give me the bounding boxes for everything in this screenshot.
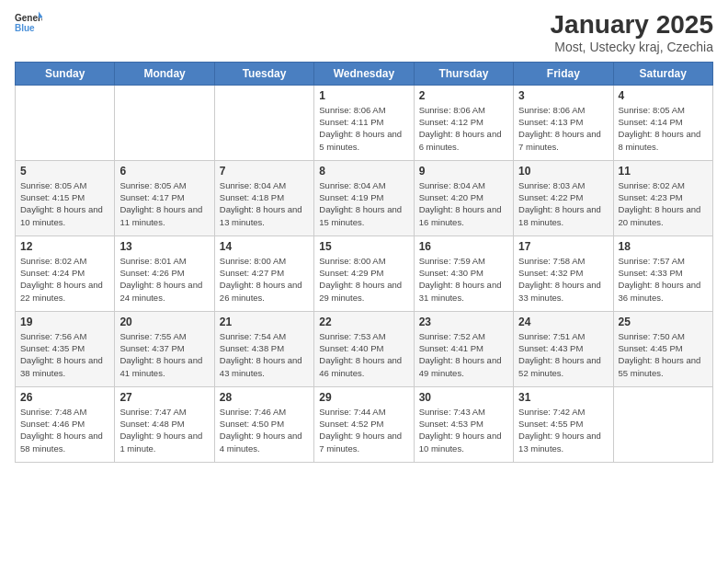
cell-w2-d6: 11Sunrise: 8:02 AM Sunset: 4:23 PM Dayli… xyxy=(613,160,712,236)
day-info: Sunrise: 8:05 AM Sunset: 4:17 PM Dayligh… xyxy=(119,179,209,228)
cell-w5-d0: 26Sunrise: 7:48 AM Sunset: 4:46 PM Dayli… xyxy=(16,386,115,462)
cell-w5-d5: 31Sunrise: 7:42 AM Sunset: 4:55 PM Dayli… xyxy=(514,386,613,462)
cell-w5-d1: 27Sunrise: 7:47 AM Sunset: 4:48 PM Dayli… xyxy=(115,386,214,462)
day-number: 14 xyxy=(220,240,309,253)
cell-w3-d6: 18Sunrise: 7:57 AM Sunset: 4:33 PM Dayli… xyxy=(613,236,712,311)
day-info: Sunrise: 7:59 AM Sunset: 4:30 PM Dayligh… xyxy=(419,255,508,304)
col-friday: Friday xyxy=(514,62,613,85)
title-block: January 2025 Most, Ustecky kraj, Czechia xyxy=(551,11,713,54)
day-info: Sunrise: 7:53 AM Sunset: 4:40 PM Dayligh… xyxy=(319,330,408,379)
cell-w2-d0: 5Sunrise: 8:05 AM Sunset: 4:15 PM Daylig… xyxy=(16,160,115,236)
cell-w2-d2: 7Sunrise: 8:04 AM Sunset: 4:18 PM Daylig… xyxy=(214,160,313,236)
day-number: 26 xyxy=(20,391,109,404)
week-row-1: 1Sunrise: 8:06 AM Sunset: 4:11 PM Daylig… xyxy=(16,85,713,160)
cell-w5-d6 xyxy=(613,386,712,462)
cell-w3-d4: 16Sunrise: 7:59 AM Sunset: 4:30 PM Dayli… xyxy=(414,236,513,311)
day-info: Sunrise: 8:00 AM Sunset: 4:27 PM Dayligh… xyxy=(220,255,309,304)
col-tuesday: Tuesday xyxy=(214,62,313,85)
main-title: January 2025 xyxy=(551,11,713,40)
day-info: Sunrise: 8:04 AM Sunset: 4:19 PM Dayligh… xyxy=(319,179,408,228)
calendar-header-row: Sunday Monday Tuesday Wednesday Thursday… xyxy=(16,62,713,85)
day-info: Sunrise: 7:46 AM Sunset: 4:50 PM Dayligh… xyxy=(220,406,309,454)
svg-text:General: General xyxy=(15,13,42,23)
day-number: 28 xyxy=(220,391,309,404)
day-info: Sunrise: 7:57 AM Sunset: 4:33 PM Dayligh… xyxy=(619,255,708,304)
day-info: Sunrise: 7:52 AM Sunset: 4:41 PM Dayligh… xyxy=(419,330,508,379)
cell-w3-d5: 17Sunrise: 7:58 AM Sunset: 4:32 PM Dayli… xyxy=(514,236,613,311)
day-info: Sunrise: 8:05 AM Sunset: 4:15 PM Dayligh… xyxy=(20,179,109,228)
day-number: 17 xyxy=(518,240,608,253)
day-info: Sunrise: 7:56 AM Sunset: 4:35 PM Dayligh… xyxy=(20,330,109,379)
day-number: 9 xyxy=(419,165,508,178)
day-info: Sunrise: 7:47 AM Sunset: 4:48 PM Dayligh… xyxy=(119,406,209,454)
day-number: 12 xyxy=(20,240,109,253)
day-number: 3 xyxy=(518,89,608,102)
cell-w4-d2: 21Sunrise: 7:54 AM Sunset: 4:38 PM Dayli… xyxy=(214,311,313,386)
page-container: General Blue January 2025 Most, Ustecky … xyxy=(0,0,728,470)
day-info: Sunrise: 8:00 AM Sunset: 4:29 PM Dayligh… xyxy=(319,255,408,304)
day-number: 22 xyxy=(319,316,408,328)
cell-w5-d4: 30Sunrise: 7:43 AM Sunset: 4:53 PM Dayli… xyxy=(414,386,513,462)
cell-w1-d1 xyxy=(115,85,214,160)
day-number: 16 xyxy=(419,240,508,253)
day-info: Sunrise: 8:06 AM Sunset: 4:12 PM Dayligh… xyxy=(419,104,508,153)
day-number: 7 xyxy=(220,165,309,178)
day-number: 29 xyxy=(319,391,408,404)
day-number: 25 xyxy=(619,316,708,328)
col-saturday: Saturday xyxy=(613,62,712,85)
day-info: Sunrise: 7:48 AM Sunset: 4:46 PM Dayligh… xyxy=(20,406,109,454)
day-number: 10 xyxy=(518,165,608,178)
logo: General Blue xyxy=(15,11,42,35)
day-info: Sunrise: 7:55 AM Sunset: 4:37 PM Dayligh… xyxy=(119,330,209,379)
col-wednesday: Wednesday xyxy=(314,62,414,85)
day-info: Sunrise: 8:05 AM Sunset: 4:14 PM Dayligh… xyxy=(619,104,708,153)
day-number: 23 xyxy=(419,316,508,328)
day-info: Sunrise: 7:54 AM Sunset: 4:38 PM Dayligh… xyxy=(220,330,309,379)
cell-w4-d1: 20Sunrise: 7:55 AM Sunset: 4:37 PM Dayli… xyxy=(115,311,214,386)
day-number: 21 xyxy=(220,316,309,328)
day-info: Sunrise: 8:04 AM Sunset: 4:18 PM Dayligh… xyxy=(220,179,309,228)
cell-w1-d3: 1Sunrise: 8:06 AM Sunset: 4:11 PM Daylig… xyxy=(314,85,414,160)
day-number: 5 xyxy=(20,165,109,178)
col-monday: Monday xyxy=(115,62,214,85)
cell-w4-d4: 23Sunrise: 7:52 AM Sunset: 4:41 PM Dayli… xyxy=(414,311,513,386)
week-row-2: 5Sunrise: 8:05 AM Sunset: 4:15 PM Daylig… xyxy=(16,160,713,236)
day-number: 18 xyxy=(619,240,708,253)
day-info: Sunrise: 8:04 AM Sunset: 4:20 PM Dayligh… xyxy=(419,179,508,228)
cell-w5-d2: 28Sunrise: 7:46 AM Sunset: 4:50 PM Dayli… xyxy=(214,386,313,462)
subtitle: Most, Ustecky kraj, Czechia xyxy=(551,40,713,54)
cell-w3-d1: 13Sunrise: 8:01 AM Sunset: 4:26 PM Dayli… xyxy=(115,236,214,311)
cell-w4-d6: 25Sunrise: 7:50 AM Sunset: 4:45 PM Dayli… xyxy=(613,311,712,386)
header: General Blue January 2025 Most, Ustecky … xyxy=(15,11,713,54)
day-info: Sunrise: 7:58 AM Sunset: 4:32 PM Dayligh… xyxy=(518,255,608,304)
day-info: Sunrise: 8:06 AM Sunset: 4:11 PM Dayligh… xyxy=(319,104,408,153)
cell-w4-d3: 22Sunrise: 7:53 AM Sunset: 4:40 PM Dayli… xyxy=(314,311,414,386)
week-row-3: 12Sunrise: 8:02 AM Sunset: 4:24 PM Dayli… xyxy=(16,236,713,311)
cell-w1-d5: 3Sunrise: 8:06 AM Sunset: 4:13 PM Daylig… xyxy=(514,85,613,160)
week-row-5: 26Sunrise: 7:48 AM Sunset: 4:46 PM Dayli… xyxy=(16,386,713,462)
day-number: 20 xyxy=(119,316,209,328)
cell-w1-d4: 2Sunrise: 8:06 AM Sunset: 4:12 PM Daylig… xyxy=(414,85,513,160)
day-number: 6 xyxy=(119,165,209,178)
day-number: 2 xyxy=(419,89,508,102)
day-info: Sunrise: 8:01 AM Sunset: 4:26 PM Dayligh… xyxy=(119,255,209,304)
day-number: 15 xyxy=(319,240,408,253)
day-number: 24 xyxy=(518,316,608,328)
cell-w1-d6: 4Sunrise: 8:05 AM Sunset: 4:14 PM Daylig… xyxy=(613,85,712,160)
cell-w2-d3: 8Sunrise: 8:04 AM Sunset: 4:19 PM Daylig… xyxy=(314,160,414,236)
day-number: 19 xyxy=(20,316,109,328)
day-number: 13 xyxy=(119,240,209,253)
day-number: 11 xyxy=(619,165,708,178)
col-thursday: Thursday xyxy=(414,62,513,85)
cell-w4-d0: 19Sunrise: 7:56 AM Sunset: 4:35 PM Dayli… xyxy=(16,311,115,386)
cell-w1-d2 xyxy=(214,85,313,160)
day-info: Sunrise: 7:51 AM Sunset: 4:43 PM Dayligh… xyxy=(518,330,608,379)
cell-w2-d4: 9Sunrise: 8:04 AM Sunset: 4:20 PM Daylig… xyxy=(414,160,513,236)
day-number: 27 xyxy=(119,391,209,404)
cell-w5-d3: 29Sunrise: 7:44 AM Sunset: 4:52 PM Dayli… xyxy=(314,386,414,462)
day-info: Sunrise: 8:03 AM Sunset: 4:22 PM Dayligh… xyxy=(518,179,608,228)
svg-text:Blue: Blue xyxy=(15,23,35,33)
day-number: 8 xyxy=(319,165,408,178)
day-number: 30 xyxy=(419,391,508,404)
cell-w4-d5: 24Sunrise: 7:51 AM Sunset: 4:43 PM Dayli… xyxy=(514,311,613,386)
